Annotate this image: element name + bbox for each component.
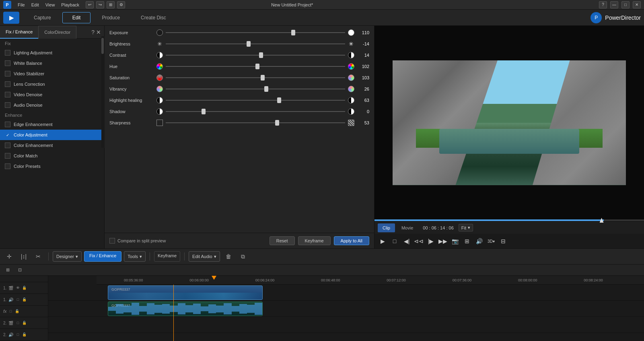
track-2a-eye[interactable]: □: [15, 332, 20, 337]
panel-item-edge-enhancement[interactable]: Edge Enhancement: [0, 119, 104, 130]
track-2v-eye[interactable]: □: [15, 320, 20, 325]
designer-dropdown[interactable]: Designer ▾: [53, 251, 82, 262]
close-btn[interactable]: ✕: [633, 1, 641, 8]
maximize-btn[interactable]: □: [621, 1, 630, 8]
fullscreen-btn[interactable]: ⊞: [462, 236, 472, 246]
panel-item-color-match[interactable]: Color Match: [0, 151, 104, 161]
panel-item-color-enhancement[interactable]: Color Enhancement: [0, 140, 104, 151]
audio-denoise-checkbox[interactable]: [5, 102, 10, 108]
track-1a-eye[interactable]: □: [15, 297, 20, 302]
fit-dropdown[interactable]: Fit ▾: [459, 224, 473, 231]
sharpness-slider[interactable]: [166, 120, 345, 126]
compare-check[interactable]: Compare in split preview: [109, 238, 166, 244]
menu-icons: ↩ ↪ ⊞ ⚙: [86, 1, 125, 8]
redo-btn[interactable]: ↪: [96, 1, 104, 8]
copy-btn[interactable]: ⧉: [237, 251, 249, 262]
panel-item-color-presets[interactable]: Color Presets: [0, 161, 104, 172]
scroll-thumb[interactable]: [101, 38, 104, 54]
brightness-slider[interactable]: [166, 41, 345, 47]
menu-view[interactable]: View: [45, 2, 55, 7]
track-1a-lock[interactable]: 🔓: [22, 297, 27, 302]
move-tool-btn[interactable]: ✛: [3, 251, 15, 262]
panel-item-lighting[interactable]: Lighting Adjustment: [0, 48, 104, 58]
compare-checkbox[interactable]: [109, 238, 115, 244]
edge-enhancement-checkbox[interactable]: [5, 122, 10, 127]
panel-item-video-stabilizer[interactable]: Video Stabilizer: [0, 68, 104, 79]
fix-enhance-tab[interactable]: Fix / Enhance: [0, 26, 38, 39]
tab-capture[interactable]: Capture: [24, 12, 61, 23]
track-fx-eye[interactable]: □: [8, 309, 13, 314]
tab-create-disc[interactable]: Create Disc: [131, 12, 176, 23]
contrast-slider[interactable]: [166, 52, 345, 58]
white-balance-checkbox[interactable]: [5, 60, 10, 66]
lens-correction-checkbox[interactable]: [5, 81, 10, 87]
panel-item-video-denoise[interactable]: Video Denoise: [0, 89, 104, 100]
color-presets-checkbox[interactable]: [5, 163, 10, 169]
project-settings-btn[interactable]: ⊞: [107, 1, 115, 8]
apply-all-button[interactable]: Apply to All: [334, 236, 369, 245]
video-denoise-checkbox[interactable]: [5, 92, 10, 97]
reset-button[interactable]: Reset: [270, 236, 295, 245]
timeline-zoom-fit[interactable]: ⊞: [3, 266, 12, 275]
prev-clip-btn[interactable]: ⊲⊲: [414, 236, 424, 246]
timeline-marker[interactable]: ⊡: [15, 266, 24, 275]
edit-audio-dropdown[interactable]: Edit Audio ▾: [189, 251, 220, 262]
play-button[interactable]: ▶: [378, 236, 387, 246]
color-enhancement-checkbox[interactable]: [5, 143, 10, 148]
stop-button[interactable]: □: [390, 236, 399, 246]
overlay-btn[interactable]: ⊟: [498, 236, 508, 246]
prev-frame-btn[interactable]: ◀|: [402, 236, 412, 246]
clip-mode-btn[interactable]: Clip: [378, 223, 395, 232]
tab-produce[interactable]: Produce: [92, 12, 130, 23]
panel-item-audio-denoise[interactable]: Audio Denoise: [0, 100, 104, 110]
shadow-slider[interactable]: [166, 108, 345, 115]
track-2a-lock[interactable]: 🔓: [22, 332, 27, 337]
track-1v-eye[interactable]: 👁: [15, 285, 20, 290]
color-match-checkbox[interactable]: [5, 153, 10, 159]
movie-mode-btn[interactable]: Movie: [397, 223, 418, 232]
next-clip-btn[interactable]: ▶▶: [438, 236, 448, 246]
menu-file[interactable]: File: [18, 2, 25, 7]
video-stabilizer-checkbox[interactable]: [5, 71, 10, 76]
hue-slider[interactable]: [166, 63, 345, 70]
tools-dropdown[interactable]: Tools ▾: [124, 251, 146, 262]
panel-item-color-adjustment[interactable]: ✓ Color Adjustment: [0, 130, 104, 140]
keyframe-btn[interactable]: Keyframe: [154, 251, 180, 262]
menu-edit[interactable]: Edit: [31, 2, 39, 7]
close-panel-icon[interactable]: ✕: [96, 29, 101, 35]
hue-icon-right: [348, 63, 355, 70]
help-panel-icon[interactable]: ?: [91, 29, 95, 35]
highlight-healing-slider[interactable]: [166, 97, 345, 103]
video-clip-1[interactable]: GOPR0337: [108, 285, 263, 300]
vibrancy-slider[interactable]: [166, 86, 345, 92]
keyframe-button[interactable]: Keyframe: [298, 236, 331, 245]
color-director-tab[interactable]: ColorDirector: [38, 26, 76, 39]
panel-item-lens-correction[interactable]: Lens Correction: [0, 79, 104, 89]
help-btn[interactable]: ?: [599, 1, 607, 8]
trim-tool-btn[interactable]: |↕|: [18, 251, 30, 262]
3d-btn[interactable]: 3D▾: [486, 236, 496, 246]
snapshot-btn[interactable]: 📷: [450, 236, 460, 246]
delete-btn[interactable]: 🗑: [222, 251, 235, 262]
saturation-slider[interactable]: [166, 74, 345, 81]
cut-tool-btn[interactable]: ✂: [32, 251, 44, 262]
audio-clip-1[interactable]: GOPR0337: [108, 302, 263, 316]
menu-playback[interactable]: Playback: [61, 2, 79, 7]
tab-edit[interactable]: Edit: [62, 12, 91, 23]
preview-progress[interactable]: [374, 219, 644, 221]
settings-btn[interactable]: ⚙: [117, 1, 125, 8]
audio-btn[interactable]: 🔊: [474, 236, 484, 246]
minimize-btn[interactable]: —: [610, 1, 618, 8]
fix-enhance-btn[interactable]: Fix / Enhance: [84, 251, 121, 262]
track-1v-lock[interactable]: 🔓: [22, 285, 27, 290]
panel-item-white-balance[interactable]: White Balance: [0, 58, 104, 68]
color-adjustment-label: Color Adjustment: [14, 132, 47, 137]
lighting-checkbox[interactable]: [5, 50, 10, 56]
undo-btn[interactable]: ↩: [86, 1, 94, 8]
color-adjustment-checkbox[interactable]: ✓: [5, 132, 10, 138]
track-fx-lock[interactable]: 🔓: [15, 309, 20, 314]
track-2v-lock[interactable]: 🔓: [22, 320, 27, 325]
next-frame-btn[interactable]: |▶: [426, 236, 436, 246]
exposure-slider[interactable]: [166, 29, 345, 36]
panel-scroll[interactable]: Fix Lighting Adjustment White Balance Vi…: [0, 39, 104, 248]
